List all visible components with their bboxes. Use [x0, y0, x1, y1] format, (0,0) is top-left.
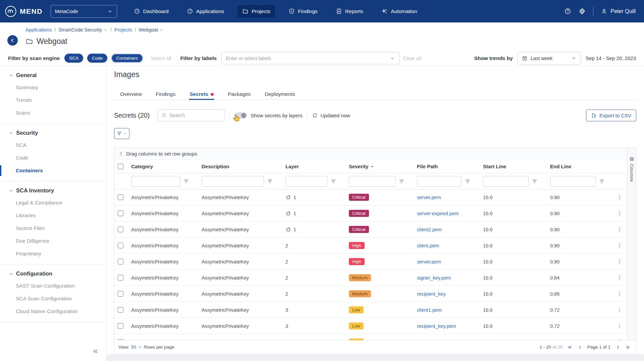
breadcrumb-item-projects[interactable]: Projects: [114, 27, 132, 33]
sidebar-item-due-dilligence[interactable]: Due Dilligence: [0, 235, 106, 247]
breadcrumb-item-smartcode-security[interactable]: SmartCode Security: [58, 27, 108, 33]
row-menu-button[interactable]: [612, 243, 627, 248]
user-menu[interactable]: Peter Quill: [601, 8, 636, 15]
breadcrumb-item-applications[interactable]: Applications: [25, 27, 52, 33]
scan-engine-chip-code[interactable]: Code: [87, 54, 107, 63]
row-menu-button[interactable]: [612, 275, 627, 281]
view-value[interactable]: 50: [131, 345, 136, 350]
funnel-icon[interactable]: [267, 179, 273, 184]
funnel-icon[interactable]: [331, 179, 336, 184]
row-menu-button[interactable]: [612, 323, 627, 329]
nav-item-reports[interactable]: Reports: [331, 5, 368, 17]
row-menu-button[interactable]: [612, 259, 627, 264]
funnel-icon[interactable]: [399, 179, 404, 184]
sidebar-section-header-sca-inventory[interactable]: SCA Inventory: [0, 185, 106, 196]
funnel-icon[interactable]: [532, 179, 537, 184]
row-menu-button[interactable]: [612, 194, 627, 200]
file-path-link[interactable]: server-expired.pem: [417, 211, 459, 216]
sidebar-item-cloud-native-configuration[interactable]: Cloud Native Configuration: [0, 305, 106, 318]
row-menu-button[interactable]: [612, 210, 627, 216]
row-checkbox[interactable]: [118, 291, 123, 297]
row-checkbox[interactable]: [118, 259, 123, 264]
select-all-checkbox[interactable]: [118, 164, 123, 169]
prev-page-button[interactable]: [577, 345, 583, 350]
scan-engine-chip-containers[interactable]: Containers: [111, 54, 143, 63]
column-filter-input-start-line[interactable]: [483, 176, 529, 187]
sidebar-item-code[interactable]: Code: [0, 152, 106, 164]
next-page-button[interactable]: [615, 345, 621, 350]
clear-all-button[interactable]: Clear all: [403, 55, 421, 61]
nav-item-automation[interactable]: Automation: [377, 5, 422, 17]
sidebar-item-containers[interactable]: Containers: [0, 164, 106, 177]
file-path-link[interactable]: recipient_key.pem: [417, 323, 456, 329]
table-row[interactable]: AssymetricPrivateKeyAssymetricPrivateKey…: [114, 286, 627, 302]
select-all-button[interactable]: Select all: [151, 55, 171, 61]
sidebar-item-scans[interactable]: Scans: [0, 107, 106, 119]
row-checkbox[interactable]: [118, 323, 123, 329]
nav-item-applications[interactable]: Applications: [182, 5, 229, 17]
sidebar-item-sast-scan-configuration[interactable]: SAST Scan Configuration: [0, 280, 106, 292]
file-path-link[interactable]: client1.pem: [417, 307, 442, 313]
last-page-button[interactable]: [625, 345, 631, 350]
nav-item-dashboard[interactable]: Dashboard: [129, 5, 173, 17]
scan-engine-chip-sca[interactable]: SCA: [64, 54, 83, 63]
table-row[interactable]: AssymetricPrivateKeyAssymetricPrivateKey…: [114, 238, 627, 254]
tab-secrets[interactable]: Secrets: [189, 89, 214, 100]
column-filter-input-file-path[interactable]: [417, 176, 462, 187]
row-checkbox[interactable]: [118, 227, 123, 232]
sidebar-section-header-security[interactable]: Security: [0, 127, 106, 139]
tab-findings[interactable]: Findings: [155, 89, 176, 100]
org-dropdown[interactable]: MetaCode: [51, 5, 117, 18]
table-row[interactable]: AssymetricPrivateKeyAssymetricPrivateKey…: [114, 302, 627, 318]
tab-packages[interactable]: Packages: [227, 89, 251, 100]
breadcrumb-item-webgoat[interactable]: Webgoat: [139, 27, 164, 33]
row-menu-button[interactable]: [612, 307, 627, 313]
nav-item-projects[interactable]: Projects: [237, 5, 275, 17]
sidebar-item-legal-compliance[interactable]: Legal & Compliance: [0, 196, 106, 209]
sidebar-item-proprietary[interactable]: Proprietary: [0, 247, 106, 260]
tab-deployments[interactable]: Deployments: [264, 89, 296, 100]
file-path-link[interactable]: recipient_key: [417, 291, 445, 297]
first-page-button[interactable]: [567, 345, 573, 350]
row-group-dropzone[interactable]: Drag columns to set row groups: [114, 148, 627, 160]
column-header-severity[interactable]: Severity: [344, 164, 412, 169]
grid-filter-button[interactable]: [114, 128, 129, 139]
column-header-end-line[interactable]: End Line: [545, 164, 612, 169]
column-filter-input-severity[interactable]: [349, 176, 395, 187]
sidebar-item-libraries[interactable]: Libraries: [0, 209, 106, 222]
columns-panel-tab[interactable]: Columns: [627, 148, 636, 340]
sidebar-section-header-configuration[interactable]: Configuration: [0, 268, 106, 280]
sidebar-item-trends[interactable]: Trends: [0, 94, 106, 107]
column-header-description[interactable]: Description: [197, 164, 281, 169]
row-checkbox[interactable]: [118, 243, 123, 248]
layers-toggle[interactable]: [234, 112, 247, 119]
refresh-button[interactable]: Updated now: [312, 113, 350, 118]
funnel-icon[interactable]: [465, 179, 470, 184]
export-csv-button[interactable]: Export to CSV: [586, 110, 636, 121]
funnel-icon[interactable]: [183, 179, 189, 184]
file-path-link[interactable]: signer_key.pem: [417, 275, 451, 281]
table-row[interactable]: AssymetricPrivateKeyAssymetricPrivateKey…: [114, 318, 627, 334]
sidebar-item-summary[interactable]: Summary: [0, 81, 106, 94]
table-row[interactable]: AssymetricPrivateKeyAssymetricPrivateKey…: [114, 270, 627, 286]
row-menu-button[interactable]: [612, 291, 627, 297]
chevron-down-icon[interactable]: [138, 345, 142, 349]
table-row[interactable]: AssymetricPrivateKeyAssymetricPrivateKey…: [114, 205, 627, 222]
labels-select[interactable]: [221, 52, 399, 64]
column-header-start-line[interactable]: Start Line: [478, 164, 545, 169]
secrets-search-input[interactable]: [169, 113, 221, 118]
table-row[interactable]: AssymetricPrivateKeyAssymetricPrivateKey…: [114, 254, 627, 270]
secrets-search[interactable]: [158, 109, 225, 121]
back-button[interactable]: [7, 35, 18, 46]
row-checkbox[interactable]: [118, 307, 123, 313]
funnel-icon[interactable]: [599, 179, 604, 184]
row-menu-button[interactable]: [612, 227, 627, 232]
row-checkbox[interactable]: [118, 210, 123, 216]
help-icon[interactable]: [564, 8, 571, 15]
file-path-link[interactable]: server.pem: [417, 195, 441, 200]
sidebar-item-source-files[interactable]: Source Files: [0, 222, 106, 235]
file-path-link[interactable]: server.pem: [417, 259, 441, 264]
tab-overview[interactable]: Overview: [119, 89, 143, 100]
file-path-link[interactable]: client.pem: [417, 243, 439, 248]
column-filter-input-layer[interactable]: [285, 176, 327, 187]
